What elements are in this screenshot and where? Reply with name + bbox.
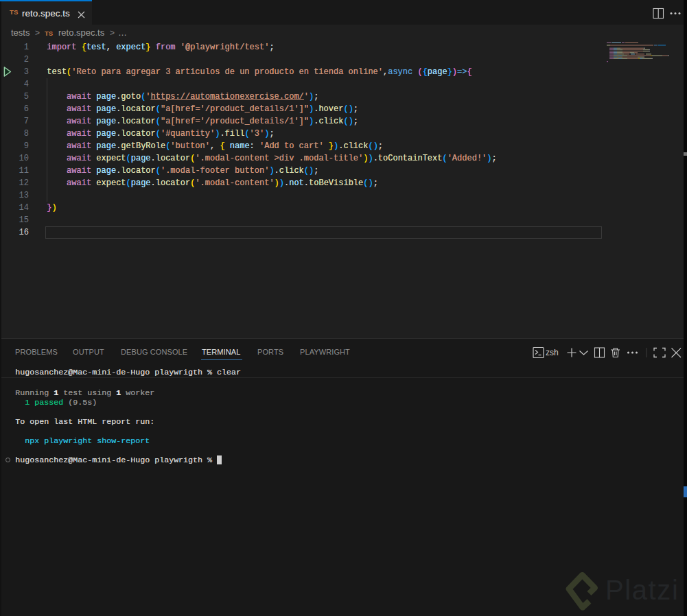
svg-text:zsh: zsh: [546, 348, 559, 357]
